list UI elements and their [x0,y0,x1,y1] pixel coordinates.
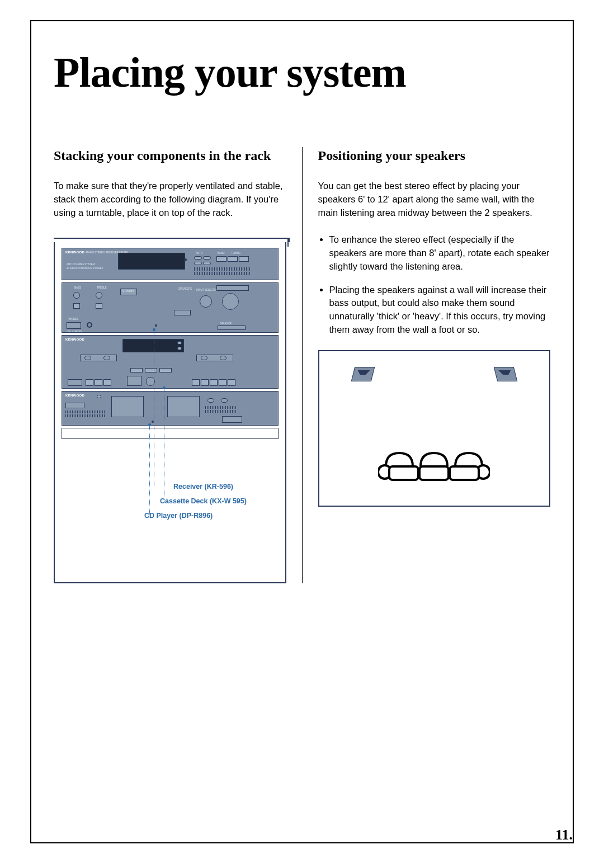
right-bullets: To enhance the stereo effect (especially… [318,233,551,337]
svg-rect-2 [389,466,418,480]
sofa-icon [378,450,490,484]
bullet-2: Placing the speakers against a wall will… [329,284,551,337]
right-speaker-icon [494,367,517,381]
cassette-deck-panel: KENWOOD [62,391,279,426]
columns: Stacking your components in the rack To … [54,147,550,583]
left-para: To make sure that they're properly venti… [54,180,286,220]
brand-label: KENWOOD [65,251,84,254]
left-heading: Stacking your components in the rack [54,147,286,164]
right-para: You can get the best stereo effect by pl… [318,180,551,220]
receiver-tuner-panel: KENWOOD AM-FM STEREO RECEIVER KR-596 AUT… [62,248,279,280]
brand-label: KENWOOD [65,394,84,397]
left-column: Stacking your components in the rack To … [54,147,302,583]
shelf [62,428,279,439]
page-frame: Placing your system Stacking your compon… [30,20,574,843]
rack-diagram: KENWOOD AM-FM STEREO RECEIVER KR-596 AUT… [54,242,286,583]
page-title: Placing your system [54,48,550,97]
brand-label: KENWOOD [65,338,84,341]
right-heading: Positioning your speakers [318,147,551,164]
left-speaker-icon [351,367,374,381]
receiver-amp-panel: BASS TREBLE STANDBY SPEAKERS INPUT SELEC… [62,282,279,333]
svg-rect-4 [450,466,479,480]
right-column: Positioning your speakers You can get th… [302,147,551,583]
svg-rect-3 [419,466,449,480]
cd-player-panel: KENWOOD [62,335,279,389]
bullet-1: To enhance the stereo effect (especially… [329,233,551,273]
cd-label: CD Player (DP-R896) [144,512,213,520]
room-diagram [318,350,551,507]
cassette-label: Cassette Deck (KX-W 595) [160,497,247,505]
receiver-label: Receiver (KR-596) [173,483,233,490]
page-number: 11. [555,827,573,843]
